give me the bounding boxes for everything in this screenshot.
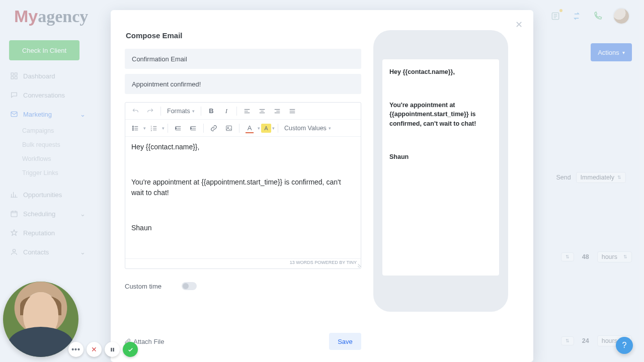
recorder-cancel-button[interactable]: ✕: [87, 342, 102, 357]
formats-dropdown[interactable]: Formats▾: [164, 105, 198, 118]
redo-icon[interactable]: [143, 105, 157, 118]
svg-point-8: [132, 126, 133, 127]
save-button[interactable]: Save: [329, 333, 361, 350]
body-line: Hey {{contact.name}},: [131, 142, 355, 152]
editor-footer: 13 WORDS POWERED BY TINY: [125, 258, 361, 268]
preview-line: Hey {{contact.name}},: [389, 67, 492, 77]
recorder-controls: ••• ✕: [68, 342, 138, 357]
email-name-input[interactable]: [125, 49, 361, 69]
indent-icon[interactable]: [186, 122, 200, 135]
svg-rect-16: [111, 347, 112, 351]
align-left-icon[interactable]: [240, 105, 254, 118]
body-line: Shaun: [131, 223, 355, 233]
image-icon[interactable]: [222, 122, 236, 135]
help-fab[interactable]: ?: [616, 337, 633, 354]
custom-time-label: Custom time: [125, 283, 162, 290]
align-center-icon[interactable]: [255, 105, 269, 118]
custom-values-dropdown[interactable]: Custom Values▾: [281, 122, 334, 135]
custom-time-toggle[interactable]: [182, 282, 197, 290]
outdent-icon[interactable]: [171, 122, 185, 135]
recorder-finish-button[interactable]: [123, 342, 138, 357]
phone-preview-screen: Hey {{contact.name}}, You're appointment…: [382, 59, 499, 276]
preview-line: You're appointment at {{appointment.star…: [389, 101, 492, 129]
email-subject-input[interactable]: [125, 74, 361, 94]
bulleted-list-icon[interactable]: [128, 122, 142, 135]
rich-text-editor: Formats▾ B I ▾ 123 ▾: [125, 102, 361, 269]
link-icon[interactable]: [207, 122, 221, 135]
recorder-more-button[interactable]: •••: [68, 342, 84, 357]
email-body-editor[interactable]: Hey {{contact.name}}, You're appointment…: [125, 137, 361, 258]
body-line: You're appointment at {{appointment.star…: [131, 177, 355, 198]
highlight-color-icon[interactable]: A: [261, 124, 271, 133]
preview-line: Shaun: [389, 152, 492, 162]
numbered-list-icon[interactable]: 123: [147, 122, 161, 135]
recorder-avatar[interactable]: [3, 282, 78, 357]
italic-icon[interactable]: I: [219, 105, 233, 118]
svg-point-10: [132, 129, 133, 130]
bold-icon[interactable]: B: [204, 105, 218, 118]
svg-rect-17: [113, 347, 114, 351]
text-color-icon[interactable]: A: [243, 122, 257, 135]
svg-point-9: [132, 128, 133, 129]
svg-rect-14: [226, 126, 232, 130]
resize-handle-icon[interactable]: [356, 263, 360, 267]
phone-preview-frame: Hey {{contact.name}}, You're appointment…: [373, 30, 508, 312]
recorder-pause-button[interactable]: [105, 342, 120, 357]
svg-text:3: 3: [151, 129, 152, 131]
close-icon[interactable]: ✕: [513, 19, 524, 30]
align-right-icon[interactable]: [270, 105, 284, 118]
align-justify-icon[interactable]: [285, 105, 299, 118]
undo-icon[interactable]: [128, 105, 142, 118]
compose-email-modal: ✕ Compose Email Formats▾ B: [111, 10, 533, 362]
modal-title: Compose Email: [125, 29, 361, 49]
